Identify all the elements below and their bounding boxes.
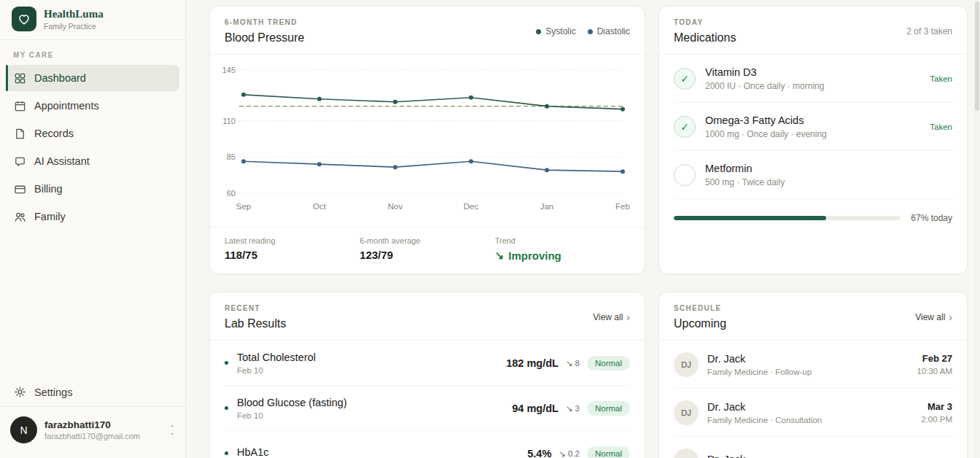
scrollbar[interactable] [974, 0, 980, 458]
stat-trend: Trend ↘ Improving [495, 236, 630, 262]
credit-card-icon [14, 183, 26, 195]
svg-text:85: 85 [227, 152, 236, 161]
appointment-detail: Family Medicine · Follow-up [707, 368, 812, 376]
medication-status: Taken [930, 123, 952, 131]
lab-delta-value: 3 [575, 404, 580, 413]
medication-name: Omega-3 Fatty Acids [705, 114, 827, 126]
lab-value: 94 mg/dL [512, 403, 559, 414]
bullet-icon [225, 451, 228, 455]
trend-down-icon: ↘ [566, 358, 573, 368]
sidebar-item-settings[interactable]: Settings [0, 378, 185, 406]
stat-value: 118/75 [225, 249, 359, 261]
lab-row[interactable]: Total Cholesterol Feb 10 182 mg/dL ↘8 No… [225, 341, 630, 386]
doctor-avatar: DJ [674, 400, 699, 425]
labs-view-all-link[interactable]: View all › [593, 311, 630, 323]
medication-row[interactable]: ✓ Metformin 500 mg · Twice daily [674, 151, 952, 199]
lab-results-card: RECENT Lab Results View all › Total Chol… [209, 292, 645, 458]
sidebar-item-appointments[interactable]: Appointments [6, 93, 179, 119]
medications-title: Medications [674, 31, 736, 44]
check-icon: ✓ [680, 73, 689, 85]
appointment-row[interactable]: DJ Dr. Jack [674, 437, 952, 458]
stat-latest-reading: Latest reading 118/75 [225, 236, 359, 262]
lab-row[interactable]: Blood Glucose (fasting) Feb 10 94 mg/dL … [225, 386, 630, 431]
sidebar-item-dashboard[interactable]: Dashboard [6, 65, 179, 91]
calendar-icon [14, 100, 26, 112]
progress-fill [674, 216, 826, 220]
medication-row[interactable]: ✓ Vitamin D3 2000 IU · Once daily · morn… [674, 55, 952, 103]
active-indicator [6, 65, 8, 91]
sidebar-item-billing[interactable]: Billing [6, 176, 179, 202]
status-badge: Normal [587, 446, 630, 458]
lab-name: HbA1c [237, 446, 269, 458]
view-all-label: View all [915, 312, 945, 322]
bp-title: Blood Pressure [225, 31, 304, 44]
brand-tagline: Family Practice [44, 22, 104, 31]
view-all-label: View all [593, 312, 623, 322]
appointment-row[interactable]: DJ Dr. Jack Family Medicine · Consultati… [674, 389, 952, 437]
appointment-row[interactable]: DJ Dr. Jack Family Medicine · Follow-up … [674, 341, 952, 389]
sidebar-item-family[interactable]: Family [6, 203, 179, 230]
stat-label: Trend [495, 236, 630, 245]
lab-delta-value: 0.2 [568, 449, 580, 458]
sidebar-item-label: Records [34, 128, 74, 139]
file-icon [14, 128, 26, 140]
svg-text:Jan: Jan [540, 202, 554, 211]
appointment-date: Mar 3 [921, 401, 952, 412]
stat-label: 6-month average [359, 236, 494, 245]
chevron-right-icon: › [949, 311, 952, 323]
schedule-header: SCHEDULE Upcoming View all › [659, 292, 967, 341]
check-icon: ✓ [680, 121, 689, 133]
medication-check-circle[interactable]: ✓ [674, 164, 696, 186]
progress-track [674, 216, 901, 220]
lab-value: 5.4% [527, 448, 551, 458]
lab-delta-value: 8 [575, 359, 580, 368]
medication-check-circle[interactable]: ✓ [674, 68, 696, 90]
user-email: farazbhatti170@gmail.com [44, 432, 140, 440]
labs-eyebrow: RECENT [225, 304, 287, 312]
schedule-card: SCHEDULE Upcoming View all › DJ Dr. Jack… [658, 292, 968, 458]
lab-delta: ↘0.2 [559, 449, 580, 458]
bp-stats: Latest reading 118/75 6-month average 12… [210, 227, 645, 273]
sidebar-item-label: Family [34, 211, 66, 222]
labs-title: Lab Results [225, 317, 287, 330]
user-menu[interactable]: N farazbhatti170 farazbhatti170@gmail.co… [0, 406, 185, 458]
medication-name: Vitamin D3 [705, 66, 824, 78]
schedule-view-all-link[interactable]: View all › [915, 311, 952, 323]
grid-icon [14, 72, 26, 85]
medication-row[interactable]: ✓ Omega-3 Fatty Acids 1000 mg · Once dai… [674, 103, 952, 151]
svg-text:Feb: Feb [615, 202, 630, 211]
legend-dot [588, 29, 593, 34]
chart-legend: Systolic Diastolic [536, 26, 630, 36]
user-name: farazbhatti170 [44, 419, 140, 430]
status-badge: Normal [587, 356, 630, 370]
medications-eyebrow: TODAY [674, 18, 736, 26]
medication-detail: 500 mg · Twice daily [705, 177, 785, 187]
scrollbar-thumb[interactable] [975, 1, 979, 111]
doctor-name: Dr. Jack [707, 401, 822, 413]
avatar: N [10, 416, 37, 443]
bp-chart: 1451108560SepOctNovDecJanFeb [210, 55, 645, 215]
appointment-time: 2:00 PM [921, 415, 952, 424]
doctor-avatar: DJ [674, 352, 699, 377]
legend-label: Diastolic [597, 26, 630, 36]
medication-check-circle[interactable]: ✓ [674, 116, 696, 138]
brand-logo [12, 7, 36, 31]
lab-date: Feb 10 [237, 366, 316, 375]
medication-status: Taken [930, 74, 952, 83]
sidebar-item-records[interactable]: Records [6, 120, 179, 147]
brand: HealthLuma Family Practice [0, 0, 185, 40]
medication-detail: 2000 IU · Once daily · morning [705, 81, 824, 91]
appointment-time: 10:30 AM [917, 367, 952, 376]
medication-name: Metformin [705, 163, 785, 174]
legend-item-diastolic: Diastolic [588, 26, 630, 36]
sidebar-item-ai-assistant[interactable]: AI Assistant [6, 148, 179, 174]
stat-label: Latest reading [225, 236, 359, 245]
lab-delta: ↘3 [566, 403, 580, 414]
lab-row[interactable]: HbA1c 5.4% ↘0.2 Normal [225, 431, 630, 458]
heart-icon [18, 12, 31, 26]
bp-chart-svg: 1451108560SepOctNovDecJanFeb [222, 61, 634, 215]
legend-item-systolic: Systolic [536, 26, 575, 36]
blood-pressure-card: 6-MONTH TREND Blood Pressure Systolic Di… [209, 6, 645, 274]
svg-text:Oct: Oct [313, 202, 327, 211]
bullet-icon [225, 406, 228, 410]
